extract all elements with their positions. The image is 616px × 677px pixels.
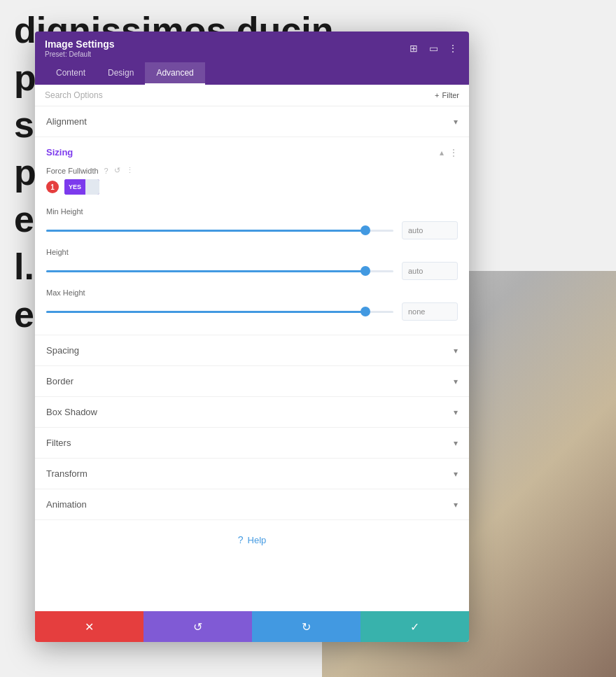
sizing-chevron-up[interactable]: ▴ <box>440 148 444 158</box>
alignment-label: Alignment <box>46 116 87 127</box>
border-chevron: ▾ <box>454 377 458 386</box>
columns-icon[interactable]: ▭ <box>427 42 440 55</box>
expand-icon[interactable]: ⊞ <box>407 42 420 55</box>
min-height-field: Min Height <box>35 202 469 242</box>
transform-label: Transform <box>46 468 88 479</box>
filters-label: Filters <box>46 438 71 448</box>
filter-label: Filter <box>442 91 459 99</box>
modal-tabs: Content Design Advanced <box>45 62 459 85</box>
force-fullwidth-row: Force Fullwidth ? ↺ ⋮ <box>35 163 469 178</box>
animation-label: Animation <box>46 499 87 510</box>
help-row: ? Help <box>35 520 469 559</box>
toggle-yes[interactable]: YES <box>64 179 85 195</box>
modal-header-icons: ⊞ ▭ ⋮ <box>407 42 459 55</box>
tab-advanced[interactable]: Advanced <box>145 62 204 85</box>
force-fullwidth-label: Force Fullwidth <box>46 167 99 175</box>
min-height-label: Min Height <box>46 207 458 216</box>
help-label[interactable]: Help <box>248 535 267 545</box>
min-height-track[interactable] <box>46 230 393 232</box>
filters-section[interactable]: Filters ▾ <box>35 428 469 459</box>
alignment-section[interactable]: Alignment ▾ <box>35 106 469 137</box>
force-fullwidth-toggle[interactable]: YES <box>64 179 99 195</box>
transform-chevron: ▾ <box>454 469 458 479</box>
height-field: Height <box>35 242 469 283</box>
search-placeholder[interactable]: Search Options <box>45 90 103 100</box>
step-badge: 1 <box>46 181 59 193</box>
max-height-slider-row <box>46 302 458 321</box>
border-label: Border <box>46 376 74 386</box>
toggle-no[interactable] <box>85 179 99 195</box>
min-height-thumb[interactable] <box>360 225 370 235</box>
force-fullwidth-help-icon[interactable]: ? <box>104 167 108 175</box>
box-shadow-section[interactable]: Box Shadow ▾ <box>35 397 469 428</box>
transform-section[interactable]: Transform ▾ <box>35 459 469 489</box>
reset-icon: ↺ <box>193 620 202 634</box>
modal-title-group: Image Settings Preset: Default <box>45 39 115 58</box>
help-circle-icon: ? <box>238 534 244 545</box>
sizing-header: Sizing ▴ ⋮ <box>35 137 469 163</box>
min-height-slider-row <box>46 221 458 239</box>
save-button[interactable]: ✓ <box>360 611 469 642</box>
alignment-chevron: ▾ <box>454 117 458 127</box>
filters-chevron: ▾ <box>454 438 458 448</box>
sizing-label: Sizing <box>46 147 73 158</box>
box-shadow-chevron: ▾ <box>454 407 458 417</box>
spacing-label: Spacing <box>46 345 79 356</box>
force-fullwidth-reset-icon[interactable]: ↺ <box>114 166 120 175</box>
animation-chevron: ▾ <box>454 500 458 510</box>
height-input[interactable] <box>402 262 458 280</box>
force-fullwidth-toggle-wrap: 1 YES <box>35 178 469 202</box>
search-bar: Search Options + Filter <box>35 85 469 106</box>
height-track[interactable] <box>46 270 393 272</box>
max-height-label: Max Height <box>46 288 458 297</box>
modal-title: Image Settings <box>45 39 115 50</box>
sizing-section: Sizing ▴ ⋮ Force Fullwidth ? ↺ ⋮ 1 YES <box>35 137 469 335</box>
modal-preset: Preset: Default <box>45 50 115 58</box>
sizing-more[interactable]: ⋮ <box>449 148 458 158</box>
max-height-input[interactable] <box>402 302 458 321</box>
height-label: Height <box>46 248 458 256</box>
height-thumb[interactable] <box>360 266 370 276</box>
spacing-section[interactable]: Spacing ▾ <box>35 335 469 366</box>
max-height-track[interactable] <box>46 311 393 313</box>
search-input-wrap: Search Options <box>45 90 103 100</box>
modal-body: Alignment ▾ Sizing ▴ ⋮ Force Fullwidth ?… <box>35 106 469 611</box>
border-section[interactable]: Border ▾ <box>35 366 469 397</box>
max-height-field: Max Height <box>35 283 469 323</box>
filter-button[interactable]: + Filter <box>435 91 459 99</box>
redo-icon: ↻ <box>302 620 311 634</box>
sizing-controls: ▴ ⋮ <box>440 148 458 158</box>
tab-content[interactable]: Content <box>45 62 97 85</box>
filter-plus-icon: + <box>435 91 439 99</box>
animation-section[interactable]: Animation ▾ <box>35 489 469 520</box>
height-slider-row <box>46 262 458 280</box>
redo-button[interactable]: ↻ <box>252 611 360 642</box>
cancel-icon: ✕ <box>85 620 94 634</box>
cancel-button[interactable]: ✕ <box>35 611 144 642</box>
max-height-thumb[interactable] <box>360 307 370 316</box>
image-settings-modal: Image Settings Preset: Default ⊞ ▭ ⋮ Con… <box>35 32 469 642</box>
reset-button[interactable]: ↺ <box>144 611 252 642</box>
modal-header: Image Settings Preset: Default ⊞ ▭ ⋮ Con… <box>35 32 469 85</box>
tab-design[interactable]: Design <box>97 62 145 85</box>
more-icon[interactable]: ⋮ <box>447 42 459 55</box>
modal-footer: ✕ ↺ ↻ ✓ <box>35 611 469 642</box>
box-shadow-label: Box Shadow <box>46 407 97 417</box>
save-icon: ✓ <box>410 620 419 634</box>
min-height-input[interactable] <box>402 221 458 239</box>
spacing-chevron: ▾ <box>454 346 458 356</box>
force-fullwidth-more-icon[interactable]: ⋮ <box>126 166 134 175</box>
